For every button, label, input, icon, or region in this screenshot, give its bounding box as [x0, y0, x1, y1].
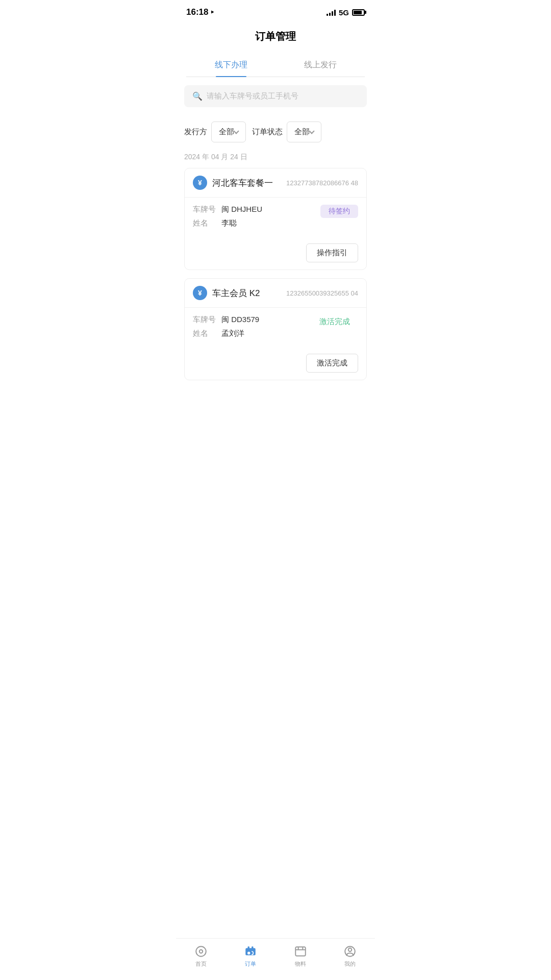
plate-field: 车牌号 闽 DHJHEU	[193, 205, 320, 214]
signal-bars-icon	[327, 9, 336, 16]
order-status-filter-group: 订单状态 全部	[252, 121, 321, 142]
order-status-select[interactable]: 全部	[287, 121, 321, 142]
search-container: 🔍 请输入车牌号或员工手机号	[184, 85, 367, 107]
order-product: ¥ 车主会员 K2	[193, 286, 260, 300]
product-name: 车主会员 K2	[212, 287, 260, 299]
issuer-label: 发行方	[184, 127, 207, 137]
issuer-dropdown-icon	[233, 128, 239, 134]
plate-label: 车牌号	[193, 315, 221, 325]
page-title: 订单管理	[255, 31, 296, 42]
order-body: 车牌号 闽 DD3579 姓名 孟刘洋 激活完成	[185, 308, 366, 350]
plate-field: 车牌号 闽 DD3579	[193, 315, 311, 325]
search-icon: 🔍	[192, 91, 203, 101]
status-bar: 16:18 ‣ 5G	[176, 0, 375, 21]
order-card: ¥ 河北客车套餐一 12327738782086676 48 车牌号 闽 DHJ…	[184, 168, 367, 270]
order-status-dropdown-icon	[309, 128, 314, 134]
order-header: ¥ 车主会员 K2 12326550039325655 04	[185, 279, 366, 308]
order-status-selected: 全部	[294, 127, 310, 137]
order-fields: 车牌号 闽 DD3579 姓名 孟刘洋	[193, 315, 311, 342]
location-icon: ‣	[210, 8, 214, 16]
plate-value: 闽 DHJHEU	[221, 205, 320, 214]
product-icon: ¥	[193, 176, 207, 190]
order-number: 12327738782086676 48	[286, 179, 358, 187]
order-fields: 车牌号 闽 DHJHEU 姓名 李聪	[193, 205, 320, 232]
status-time: 16:18 ‣	[186, 7, 214, 17]
tab-bar: 线下办理 线上发行	[186, 54, 365, 77]
issuer-select[interactable]: 全部	[211, 121, 246, 142]
plate-value: 闽 DD3579	[221, 315, 311, 325]
action-button[interactable]: 激活完成	[306, 354, 358, 373]
order-header: ¥ 河北客车套餐一 12327738782086676 48	[185, 168, 366, 198]
order-body: 车牌号 闽 DHJHEU 姓名 李聪 待签约	[185, 198, 366, 239]
issuer-filter-group: 发行方 全部	[184, 121, 246, 142]
product-name: 河北客车套餐一	[212, 177, 273, 189]
network-label: 5G	[339, 8, 349, 17]
name-field: 姓名 李聪	[193, 218, 320, 228]
name-label: 姓名	[193, 218, 221, 228]
product-icon: ¥	[193, 286, 207, 300]
name-value: 李聪	[221, 218, 320, 228]
order-status-label: 订单状态	[252, 127, 283, 137]
issuer-selected: 全部	[219, 127, 234, 137]
order-card: ¥ 车主会员 K2 12326550039325655 04 车牌号 闽 DD3…	[184, 278, 367, 380]
order-product: ¥ 河北客车套餐一	[193, 176, 273, 190]
status-badge: 激活完成	[311, 315, 358, 329]
status-badge: 待签约	[320, 205, 358, 218]
search-box[interactable]: 🔍 请输入车牌号或员工手机号	[184, 85, 367, 107]
filters-bar: 发行方 全部 订单状态 全部	[176, 115, 375, 149]
tab-offline[interactable]: 线下办理	[186, 54, 276, 77]
order-footer: 激活完成	[185, 350, 366, 380]
name-value: 孟刘洋	[221, 329, 311, 338]
battery-icon	[352, 9, 365, 16]
name-label: 姓名	[193, 329, 221, 338]
page-header: 订单管理	[176, 21, 375, 54]
tab-online[interactable]: 线上发行	[276, 54, 365, 77]
order-footer: 操作指引	[185, 239, 366, 270]
order-field-row: 车牌号 闽 DHJHEU 姓名 李聪 待签约	[193, 205, 358, 232]
order-number: 12326550039325655 04	[286, 289, 358, 297]
search-input[interactable]: 请输入车牌号或员工手机号	[207, 91, 298, 101]
action-button[interactable]: 操作指引	[306, 243, 358, 262]
name-field: 姓名 孟刘洋	[193, 329, 311, 338]
date-separator: 2024 年 04 月 24 日	[176, 149, 375, 168]
status-right: 5G	[327, 8, 365, 17]
order-field-row: 车牌号 闽 DD3579 姓名 孟刘洋 激活完成	[193, 315, 358, 342]
plate-label: 车牌号	[193, 205, 221, 214]
